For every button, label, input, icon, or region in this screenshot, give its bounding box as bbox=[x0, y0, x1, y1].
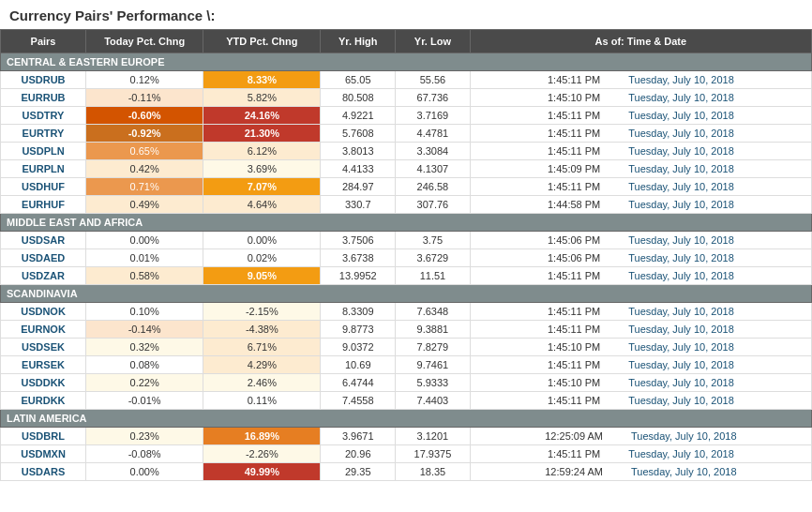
time-date: 1:45:11 PMTuesday, July 10, 2018 bbox=[470, 321, 811, 339]
time-date: 1:45:06 PMTuesday, July 10, 2018 bbox=[470, 232, 811, 249]
date-value: Tuesday, July 10, 2018 bbox=[628, 181, 734, 192]
pair-name: USDMXN bbox=[1, 445, 86, 463]
header-yr-high: Yr. High bbox=[321, 30, 396, 53]
pair-name: EURTRY bbox=[1, 125, 86, 143]
table-row: USDSEK0.32%6.71%9.03727.82791:45:10 PMTu… bbox=[1, 339, 812, 356]
today-pct: -0.01% bbox=[86, 392, 203, 410]
today-pct: -0.92% bbox=[86, 125, 203, 143]
yr-low: 7.8279 bbox=[396, 339, 471, 356]
yr-high: 3.9671 bbox=[321, 428, 396, 445]
yr-high: 80.508 bbox=[321, 89, 396, 107]
time-date: 1:45:11 PMTuesday, July 10, 2018 bbox=[470, 107, 811, 125]
yr-low: 3.7169 bbox=[396, 107, 471, 125]
date-value: Tuesday, July 10, 2018 bbox=[631, 430, 737, 442]
section-header: CENTRAL & EASTERN EUROPE bbox=[1, 53, 812, 71]
pair-name: EURNOK bbox=[1, 321, 86, 339]
date-value: Tuesday, July 10, 2018 bbox=[628, 128, 734, 139]
header-today-pct: Today Pct. Chng bbox=[86, 30, 203, 53]
yr-low: 3.3084 bbox=[396, 143, 471, 160]
yr-low: 18.35 bbox=[396, 463, 471, 481]
ytd-pct: 2.46% bbox=[203, 374, 321, 392]
yr-low: 11.51 bbox=[396, 267, 471, 285]
yr-high: 9.8773 bbox=[321, 321, 396, 339]
table-row: USDPLN0.65%6.12%3.80133.30841:45:11 PMTu… bbox=[1, 143, 812, 160]
yr-high: 3.7506 bbox=[321, 232, 396, 249]
time-value: 1:45:11 PM bbox=[548, 128, 600, 139]
yr-high: 8.3309 bbox=[321, 303, 396, 321]
ytd-pct: 7.07% bbox=[203, 178, 321, 196]
table-row: USDHUF0.71%7.07%284.97246.581:45:11 PMTu… bbox=[1, 178, 812, 196]
ytd-pct: -2.15% bbox=[203, 303, 321, 321]
yr-high: 3.8013 bbox=[321, 143, 396, 160]
today-pct: 0.00% bbox=[86, 463, 203, 481]
time-date: 1:45:11 PMTuesday, July 10, 2018 bbox=[470, 71, 811, 89]
pair-name: USDRUB bbox=[1, 71, 86, 89]
today-pct: -0.08% bbox=[86, 445, 203, 463]
today-pct: 0.00% bbox=[86, 232, 203, 249]
pair-name: USDSAR bbox=[1, 232, 86, 249]
table-row: USDZAR0.58%9.05%13.995211.511:45:11 PMTu… bbox=[1, 267, 812, 285]
today-pct: 0.01% bbox=[86, 249, 203, 267]
time-date: 1:44:58 PMTuesday, July 10, 2018 bbox=[470, 196, 811, 214]
header-pairs: Pairs bbox=[1, 30, 86, 53]
today-pct: -0.60% bbox=[86, 107, 203, 125]
time-value: 1:45:11 PM bbox=[548, 448, 600, 459]
time-date: 1:45:11 PMTuesday, July 10, 2018 bbox=[470, 267, 811, 285]
today-pct: 0.23% bbox=[86, 428, 203, 445]
yr-low: 3.1201 bbox=[396, 428, 471, 445]
date-value: Tuesday, July 10, 2018 bbox=[628, 92, 734, 103]
header-ytd-pct: YTD Pct. Chng bbox=[203, 30, 321, 53]
pair-name: EURPLN bbox=[1, 160, 86, 178]
yr-low: 7.6348 bbox=[396, 303, 471, 321]
date-value: Tuesday, July 10, 2018 bbox=[628, 341, 734, 353]
date-value: Tuesday, July 10, 2018 bbox=[631, 466, 737, 477]
pair-name: USDNOK bbox=[1, 303, 86, 321]
time-date: 12:59:24 AMTuesday, July 10, 2018 bbox=[470, 463, 811, 481]
ytd-pct: 4.64% bbox=[203, 196, 321, 214]
ytd-pct: 6.71% bbox=[203, 339, 321, 356]
ytd-pct: 0.02% bbox=[203, 249, 321, 267]
yr-high: 5.7608 bbox=[321, 125, 396, 143]
yr-low: 3.6729 bbox=[396, 249, 471, 267]
time-date: 1:45:11 PMTuesday, July 10, 2018 bbox=[470, 303, 811, 321]
time-date: 1:45:10 PMTuesday, July 10, 2018 bbox=[470, 339, 811, 356]
yr-low: 55.56 bbox=[396, 71, 471, 89]
pair-name: USDDKK bbox=[1, 374, 86, 392]
time-date: 1:45:10 PMTuesday, July 10, 2018 bbox=[470, 374, 811, 392]
pair-name: EURHUF bbox=[1, 196, 86, 214]
pair-name: USDARS bbox=[1, 463, 86, 481]
time-date: 1:45:11 PMTuesday, July 10, 2018 bbox=[470, 392, 811, 410]
section-header: LATIN AMERICA bbox=[1, 410, 812, 428]
time-value: 12:25:09 AM bbox=[545, 430, 603, 442]
pair-name: USDPLN bbox=[1, 143, 86, 160]
table-row: USDBRL0.23%16.89%3.96713.120112:25:09 AM… bbox=[1, 428, 812, 445]
time-value: 1:44:58 PM bbox=[548, 199, 600, 210]
ytd-pct: 5.82% bbox=[203, 89, 321, 107]
time-date: 1:45:11 PMTuesday, July 10, 2018 bbox=[470, 143, 811, 160]
time-date: 1:45:11 PMTuesday, July 10, 2018 bbox=[470, 356, 811, 374]
ytd-pct: 3.69% bbox=[203, 160, 321, 178]
pair-name: USDTRY bbox=[1, 107, 86, 125]
table-row: EURNOK-0.14%-4.38%9.87739.38811:45:11 PM… bbox=[1, 321, 812, 339]
time-value: 1:45:11 PM bbox=[548, 324, 600, 335]
yr-low: 7.4403 bbox=[396, 392, 471, 410]
today-pct: 0.71% bbox=[86, 178, 203, 196]
pair-name: EURSEK bbox=[1, 356, 86, 374]
time-value: 1:45:11 PM bbox=[548, 395, 600, 406]
date-value: Tuesday, July 10, 2018 bbox=[628, 324, 734, 335]
yr-high: 65.05 bbox=[321, 71, 396, 89]
yr-high: 7.4558 bbox=[321, 392, 396, 410]
date-value: Tuesday, July 10, 2018 bbox=[628, 163, 734, 174]
date-value: Tuesday, July 10, 2018 bbox=[628, 395, 734, 406]
ytd-pct: -2.26% bbox=[203, 445, 321, 463]
ytd-pct: 6.12% bbox=[203, 143, 321, 160]
pair-name: USDHUF bbox=[1, 178, 86, 196]
time-value: 1:45:09 PM bbox=[548, 163, 600, 174]
ytd-pct: -4.38% bbox=[203, 321, 321, 339]
time-value: 1:45:11 PM bbox=[548, 306, 600, 317]
time-value: 1:45:06 PM bbox=[548, 252, 600, 264]
table-row: USDDKK0.22%2.46%6.47445.93331:45:10 PMTu… bbox=[1, 374, 812, 392]
time-value: 1:45:10 PM bbox=[548, 377, 600, 388]
time-date: 1:45:10 PMTuesday, July 10, 2018 bbox=[470, 89, 811, 107]
today-pct: 0.22% bbox=[86, 374, 203, 392]
